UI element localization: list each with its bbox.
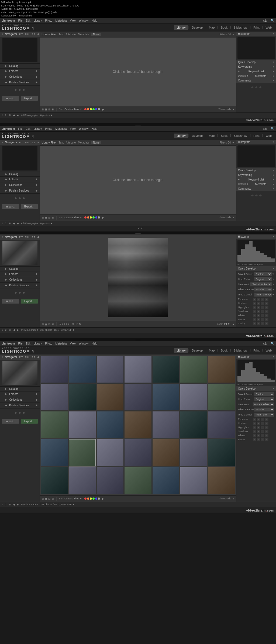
wh-plus-3[interactable]: › xyxy=(261,314,265,317)
nav-fwd-3[interactable]: ▶ xyxy=(17,329,19,331)
cl-minus-3[interactable]: ‹ xyxy=(257,322,261,325)
filter-text-1[interactable]: Text xyxy=(59,33,64,36)
thumb-2[interactable] xyxy=(69,356,96,383)
exp-plus-plus-3[interactable]: » xyxy=(265,298,269,301)
zoom-fill-2[interactable]: FILL xyxy=(24,141,31,144)
con-plus-3[interactable]: › xyxy=(261,302,265,305)
treatment-select-4[interactable]: Black & White xyxy=(253,402,274,407)
zoom-fill-3[interactable]: FILL xyxy=(24,236,31,238)
thumb-32[interactable] xyxy=(124,467,151,494)
menu-photo[interactable]: Photo xyxy=(45,19,52,22)
rotate-right-icon-3[interactable]: ↻ xyxy=(79,323,81,326)
sidebar-item-publish-3[interactable]: ▶ Publish Services + xyxy=(0,283,40,288)
collections-add-4[interactable]: + xyxy=(36,398,37,402)
view-compare-icon-4[interactable]: ⊟ xyxy=(48,497,50,500)
tone-ctrl-select-4[interactable]: Auto Tone xyxy=(254,413,274,417)
view-survey-icon-3[interactable]: ⊠ xyxy=(51,323,54,326)
tab-map-4[interactable]: Map xyxy=(207,348,217,353)
rotate-icon-3[interactable]: ↺ xyxy=(75,323,78,326)
tab-develop[interactable]: Develop xyxy=(190,25,205,30)
sidebar-item-collections-2[interactable]: ▶ Collections + xyxy=(0,182,40,188)
tab-print-4[interactable]: Print xyxy=(251,348,262,353)
sidebar-item-collections-1[interactable]: ▶ Collections + xyxy=(0,74,40,80)
thumb-11[interactable] xyxy=(124,383,151,411)
navigator-header-1[interactable]: ▼ Navigator FIT FILL 1:1 4:1 xyxy=(0,32,40,37)
folders-add-4[interactable]: + xyxy=(36,392,37,396)
import-button-3[interactable]: Import... xyxy=(2,299,19,304)
view-loupe-icon-1[interactable]: ▣ xyxy=(45,108,47,111)
con-p-4[interactable]: › xyxy=(261,422,265,425)
thumb-9[interactable] xyxy=(69,383,96,411)
thumb-29[interactable] xyxy=(41,467,68,494)
thumb-8[interactable] xyxy=(41,383,68,411)
tab-web-2[interactable]: Web xyxy=(264,134,274,138)
dot-blue-4[interactable] xyxy=(95,498,97,500)
sh-minus-minus-3[interactable]: « xyxy=(253,310,257,313)
sidebar-item-publish-1[interactable]: ▶ Publish Services + xyxy=(0,80,40,85)
tab-slideshow[interactable]: Slideshow xyxy=(232,25,249,30)
view-loupe-icon-3[interactable]: ▣ xyxy=(45,323,47,326)
hl-p-4[interactable]: › xyxy=(261,426,265,429)
grid-icon-status-2[interactable]: ⊞ xyxy=(9,222,11,225)
menu-edit-2[interactable]: Edit xyxy=(26,127,30,130)
menu-help-4[interactable]: Help xyxy=(92,342,97,345)
hl-plus-plus-3[interactable]: » xyxy=(265,306,269,309)
wh-minus-3[interactable]: ‹ xyxy=(257,314,261,317)
collections-add-2[interactable]: + xyxy=(36,183,37,187)
thumbnails-slider-1[interactable]: ▲ xyxy=(232,108,234,111)
view-grid-icon-2[interactable]: ⊞ xyxy=(42,216,44,219)
zoom-fit-3[interactable]: FIT xyxy=(18,236,24,238)
thumb-14[interactable] xyxy=(208,383,235,411)
menu-help-2[interactable]: Help xyxy=(92,127,97,130)
wh-p-4[interactable]: › xyxy=(261,434,265,437)
filter-none-1[interactable]: None xyxy=(91,33,101,36)
sidebar-item-folders-1[interactable]: ▶ Folders + xyxy=(0,69,40,74)
metadata-title-2[interactable]: Default ▼ Metadata ▶ xyxy=(236,182,276,186)
con-plus-plus-3[interactable]: » xyxy=(265,302,269,305)
menu-library[interactable]: Library xyxy=(34,19,42,22)
thumbnails-slider-2[interactable]: ▲ xyxy=(232,216,234,219)
cl-plus-3[interactable]: › xyxy=(261,322,265,325)
dot-yellow-4[interactable] xyxy=(90,498,92,500)
thumb-13[interactable] xyxy=(180,383,207,411)
menu-help[interactable]: Help xyxy=(92,19,97,22)
keyword-list-title-1[interactable]: + Keyword List ▶ xyxy=(236,69,276,74)
wh-mm-4[interactable]: « xyxy=(253,434,257,437)
tab-develop-2[interactable]: Develop xyxy=(190,134,205,138)
thumb-1[interactable] xyxy=(41,356,68,383)
nav-back-2[interactable]: ◀ xyxy=(13,222,15,225)
keywording-title-1[interactable]: Keywording ▶ xyxy=(236,64,276,69)
tone-ctrl-select-3[interactable]: Auto Tone xyxy=(254,292,272,297)
sort-value-4[interactable]: Capture Time ▼ xyxy=(64,497,82,500)
zoom-fit-4[interactable]: FIT xyxy=(18,356,24,359)
view-grid-icon-4[interactable]: ⊞ xyxy=(42,497,44,500)
thumb-31[interactable] xyxy=(96,467,124,494)
thumb-5[interactable] xyxy=(152,356,180,383)
navigator-header-2[interactable]: ▼ Navigator FIT FILL 1:1 4:1 xyxy=(0,140,40,145)
dot-red-4[interactable] xyxy=(84,498,87,500)
dot-red-1[interactable] xyxy=(84,108,87,110)
exp-plus-3[interactable]: › xyxy=(261,298,265,301)
sort-value-1[interactable]: Capture Time ▼ xyxy=(64,108,82,111)
exp-mm-4[interactable]: « xyxy=(253,418,257,421)
tab-library-2[interactable]: Library xyxy=(174,134,188,138)
sidebar-item-catalog-3[interactable]: ▶ Catalog xyxy=(0,267,40,271)
dot-orange-1[interactable] xyxy=(87,108,89,110)
play-btn-4[interactable]: ▶ xyxy=(102,497,104,500)
export-button-2[interactable]: Export... xyxy=(20,204,38,209)
thumb-24[interactable] xyxy=(96,439,124,466)
import-button-4[interactable]: Import... xyxy=(2,419,19,424)
collections-add-1[interactable]: + xyxy=(36,75,37,79)
sh-plus-plus-3[interactable]: » xyxy=(265,310,269,313)
sidebar-item-publish-4[interactable]: ▶ Publish Services + xyxy=(0,403,40,408)
tab-slideshow-2[interactable]: Slideshow xyxy=(232,134,249,138)
dot-orange-4[interactable] xyxy=(87,498,89,500)
search-icon[interactable]: 🔍 xyxy=(271,19,274,22)
quick-develop-title-3[interactable]: Quick Develop ▼ xyxy=(236,266,276,271)
thumb-7[interactable] xyxy=(208,356,235,383)
zoom-fill-1[interactable]: FILL xyxy=(24,33,31,36)
zoom-1-4[interactable]: 1:1 xyxy=(31,356,36,359)
search-icon-2[interactable]: 🔍 xyxy=(271,127,274,131)
tab-book-2[interactable]: Book xyxy=(219,134,230,138)
thumb-27[interactable] xyxy=(180,439,207,466)
